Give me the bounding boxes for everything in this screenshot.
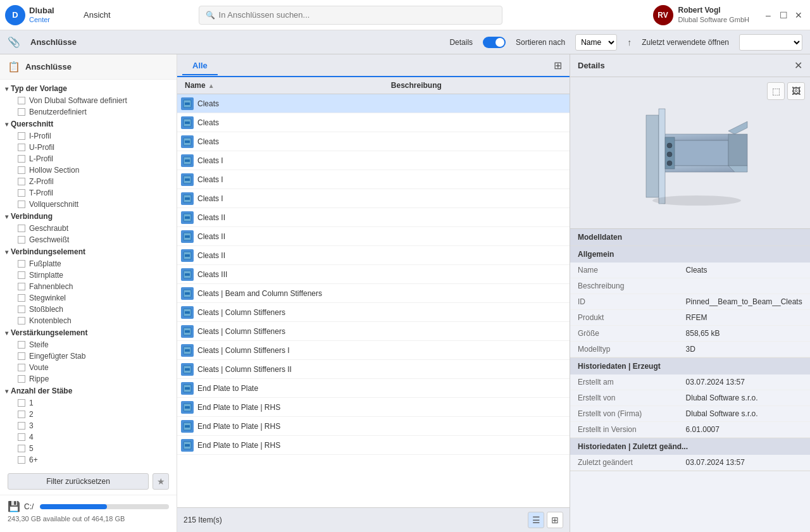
sidebar-item-geschweisst[interactable]: Geschweißt xyxy=(0,234,177,245)
section-header-history2[interactable]: Historiedaten | Zuletzt geänd... xyxy=(570,438,810,455)
table-row[interactable]: End Plate to Plate | RHS xyxy=(177,436,570,455)
checkbox-von-dlubal[interactable] xyxy=(18,97,25,104)
table-row[interactable]: End Plate to Plate xyxy=(177,379,570,398)
sidebar-item-fussplatte[interactable]: Fußplatte xyxy=(0,258,177,269)
section-header-history[interactable]: Historiedaten | Erzeugt xyxy=(570,358,810,374)
restore-button[interactable]: ☐ xyxy=(777,9,790,22)
table-row[interactable]: Cleats II xyxy=(177,208,570,227)
close-button[interactable]: ✕ xyxy=(792,9,805,22)
sidebar-item-fahnenblech[interactable]: Fahnenblech xyxy=(0,281,177,292)
table-body[interactable]: Cleats Cleats Cleats Cleats I Cleats xyxy=(177,94,570,507)
sidebar-item-steife[interactable]: Steife xyxy=(0,339,177,350)
table-row[interactable]: Cleats | Column Stiffeners xyxy=(177,303,570,322)
checkbox-vollquerschnitt[interactable] xyxy=(18,201,25,208)
table-row[interactable]: Cleats xyxy=(177,113,570,132)
sidebar-item-4[interactable]: 4 xyxy=(0,431,177,443)
table-row[interactable]: Cleats III xyxy=(177,265,570,284)
checkbox-benutzerdefiniert[interactable] xyxy=(18,108,25,116)
tab-columns-icon[interactable]: ⊞ xyxy=(551,58,564,73)
checkbox-eingefugter-stab[interactable] xyxy=(18,352,25,360)
checkbox-z-profil[interactable] xyxy=(18,178,25,185)
nav-menu-ansicht[interactable]: Ansicht xyxy=(73,10,121,20)
tab-alle[interactable]: Alle xyxy=(182,57,218,75)
section-header-allgemein[interactable]: Allgemein xyxy=(570,246,810,263)
sidebar-item-knotenblech[interactable]: Knotenblech xyxy=(0,315,177,326)
list-view-button[interactable]: ☰ xyxy=(528,512,544,528)
grid-view-button[interactable]: ⊞ xyxy=(547,512,563,528)
sort-select[interactable]: Name Datum Größe xyxy=(575,34,617,51)
tree-group-verbindungselement-header[interactable]: ▾ Verbindungselement xyxy=(0,245,177,258)
checkbox-2[interactable] xyxy=(18,411,25,418)
checkbox-t-profil[interactable] xyxy=(18,189,25,197)
search-input[interactable] xyxy=(219,10,495,20)
details-toggle[interactable] xyxy=(483,37,506,48)
checkbox-stossblech[interactable] xyxy=(18,306,25,313)
checkbox-rippe[interactable] xyxy=(18,375,25,383)
table-row[interactable]: Cleats I xyxy=(177,151,570,170)
sidebar-item-vollquerschnitt[interactable]: Vollquerschnitt xyxy=(0,199,177,210)
checkbox-5[interactable] xyxy=(18,445,25,452)
sort-arrow-icon[interactable]: ↑ xyxy=(627,37,632,47)
table-row[interactable]: Cleats xyxy=(177,94,570,113)
sidebar-item-3[interactable]: 3 xyxy=(0,420,177,431)
table-row[interactable]: End Plate to Plate | RHS xyxy=(177,398,570,417)
checkbox-hollow-section[interactable] xyxy=(18,166,25,174)
tree-group-querschnitt-header[interactable]: ▾ Querschnitt xyxy=(0,118,177,130)
tree-group-typ-header[interactable]: ▾ Typ der Vorlage xyxy=(0,82,177,95)
sidebar-item-z-profil[interactable]: Z-Profil xyxy=(0,176,177,187)
sidebar-item-1[interactable]: 1 xyxy=(0,397,177,409)
table-row[interactable]: Cleats xyxy=(177,132,570,151)
sidebar-item-2[interactable]: 2 xyxy=(0,409,177,420)
table-row[interactable]: Cleats II xyxy=(177,246,570,265)
table-row[interactable]: Cleats | Column Stiffeners xyxy=(177,322,570,341)
preview-btn-2[interactable]: 🖼 xyxy=(787,82,805,100)
table-row[interactable]: Cleats | Beam and Column Stiffeners xyxy=(177,284,570,303)
checkbox-stirnplatte[interactable] xyxy=(18,271,25,279)
sidebar-item-l-profil[interactable]: L-Profil xyxy=(0,153,177,164)
checkbox-voute[interactable] xyxy=(18,364,25,371)
sidebar-item-von-dlubal[interactable]: Von Dlubal Software definiert xyxy=(0,95,177,106)
sidebar-item-geschraubt[interactable]: Geschraubt xyxy=(0,223,177,234)
search-bar[interactable]: 🔍 xyxy=(199,6,502,25)
checkbox-3[interactable] xyxy=(18,422,25,430)
table-row[interactable]: Cleats II xyxy=(177,227,570,246)
table-row[interactable]: Cleats | Column Stiffeners I xyxy=(177,341,570,360)
checkbox-stegwinkel[interactable] xyxy=(18,294,25,302)
open-select[interactable] xyxy=(739,34,802,51)
preview-btn-1[interactable]: ⬚ xyxy=(767,82,785,100)
sidebar-item-u-profil[interactable]: U-Profil xyxy=(0,142,177,153)
checkbox-fahnenblech[interactable] xyxy=(18,283,25,290)
sidebar-item-eingefugter-stab[interactable]: Eingefügter Stab xyxy=(0,350,177,362)
checkbox-steife[interactable] xyxy=(18,341,25,349)
tree-group-verstarkung-header[interactable]: ▾ Verstärkungselement xyxy=(0,326,177,339)
checkbox-6plus[interactable] xyxy=(18,456,25,464)
minimize-button[interactable]: – xyxy=(762,9,775,22)
sidebar-item-t-profil[interactable]: T-Profil xyxy=(0,187,177,199)
checkbox-u-profil[interactable] xyxy=(18,144,25,151)
checkbox-1[interactable] xyxy=(18,399,25,407)
checkbox-i-profil[interactable] xyxy=(18,132,25,140)
sidebar-item-benutzerdefiniert[interactable]: Benutzerdefiniert xyxy=(0,106,177,118)
column-header-name[interactable]: Name ▲ xyxy=(180,77,386,94)
checkbox-4[interactable] xyxy=(18,433,25,441)
filter-star-button[interactable]: ★ xyxy=(153,473,169,490)
sidebar-item-5[interactable]: 5 xyxy=(0,443,177,454)
checkbox-l-profil[interactable] xyxy=(18,155,25,163)
sidebar-item-6plus[interactable]: 6+ xyxy=(0,454,177,466)
checkbox-geschraubt[interactable] xyxy=(18,225,25,232)
column-header-beschreibung[interactable]: Beschreibung xyxy=(386,77,559,94)
table-row[interactable]: Cleats I xyxy=(177,170,570,189)
sidebar-item-i-profil[interactable]: I-Profil xyxy=(0,130,177,142)
tree-group-verbindung-header[interactable]: ▾ Verbindung xyxy=(0,210,177,223)
table-row[interactable]: Cleats I xyxy=(177,189,570,208)
sidebar-item-stegwinkel[interactable]: Stegwinkel xyxy=(0,292,177,304)
checkbox-geschweisst[interactable] xyxy=(18,236,25,244)
checkbox-fussplatte[interactable] xyxy=(18,260,25,268)
sidebar-item-rippe[interactable]: Rippe xyxy=(0,373,177,385)
sidebar-item-stirnplatte[interactable]: Stirnplatte xyxy=(0,269,177,281)
checkbox-knotenblech[interactable] xyxy=(18,317,25,325)
sidebar-item-voute[interactable]: Voute xyxy=(0,362,177,373)
details-scroll[interactable]: Modelldaten Allgemein Name Cleats Beschr… xyxy=(570,229,810,532)
tree-group-anzahl-header[interactable]: ▾ Anzahl der Stäbe xyxy=(0,385,177,397)
table-row[interactable]: Cleats | Column Stiffeners II xyxy=(177,360,570,379)
